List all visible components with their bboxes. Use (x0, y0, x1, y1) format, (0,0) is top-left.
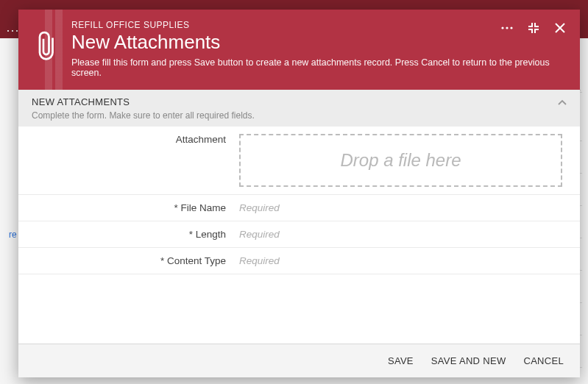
field-row-filename: * File Name Required (18, 195, 580, 221)
new-attachments-dialog: REFILL OFFICE SUPPLIES New Attachments P… (18, 10, 580, 377)
section-title: NEW ATTACHMENTS (32, 96, 567, 107)
save-button[interactable]: SAVE (388, 355, 414, 366)
collapse-section-button[interactable] (556, 97, 570, 110)
dialog-footer: SAVE SAVE AND NEW CANCEL (18, 344, 580, 377)
breadcrumb: REFILL OFFICE SUPPLIES (71, 20, 565, 30)
field-row-length: * Length Required (18, 221, 580, 248)
file-dropzone[interactable]: Drop a file here (239, 134, 562, 187)
length-label: * Length (18, 221, 239, 247)
length-input[interactable]: Required (239, 221, 580, 247)
form-section-header: NEW ATTACHMENTS Complete the form. Make … (18, 90, 580, 127)
save-and-new-button[interactable]: SAVE AND NEW (431, 355, 506, 366)
dialog-header: REFILL OFFICE SUPPLIES New Attachments P… (18, 10, 580, 90)
cancel-button[interactable]: CANCEL (523, 355, 564, 366)
field-row-contenttype: * Content Type Required (18, 248, 580, 274)
filename-placeholder: Required (239, 202, 280, 213)
dropzone-text: Drop a file here (340, 150, 461, 171)
section-hint: Complete the form. Make sure to enter al… (32, 110, 567, 121)
form-body: Attachment Drop a file here * File Name … (18, 127, 580, 344)
contenttype-label: * Content Type (18, 248, 239, 274)
attachment-icon (33, 30, 61, 67)
dialog-description: Please fill this form and press Save but… (71, 57, 565, 78)
filename-input[interactable]: Required (239, 195, 580, 221)
length-placeholder: Required (239, 229, 280, 240)
attachment-label: Attachment (18, 127, 239, 194)
contenttype-input[interactable]: Required (239, 248, 580, 274)
field-row-attachment: Attachment Drop a file here (18, 127, 580, 195)
contenttype-placeholder: Required (239, 255, 280, 266)
background-link-fragment: re (9, 230, 17, 240)
dialog-title: New Attachments (71, 32, 565, 53)
filename-label: * File Name (18, 195, 239, 221)
